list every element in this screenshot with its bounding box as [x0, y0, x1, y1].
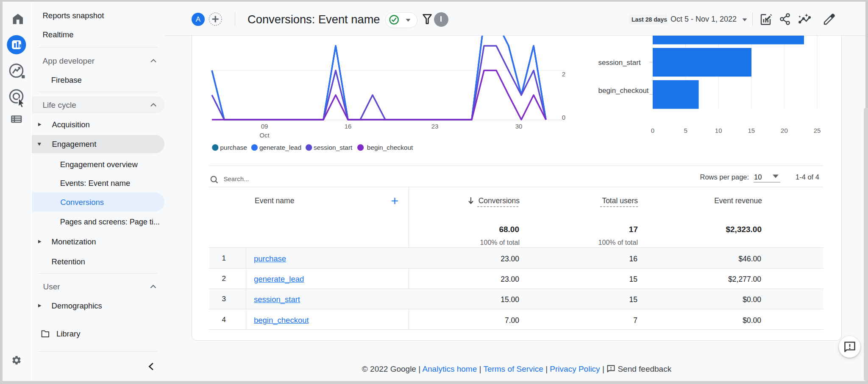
- svg-text:begin_checkout: begin_checkout: [598, 87, 649, 95]
- svg-text:30: 30: [515, 123, 523, 130]
- svg-text:20: 20: [781, 127, 788, 134]
- svg-text:0: 0: [651, 127, 654, 134]
- svg-text:25: 25: [814, 127, 821, 134]
- svg-text:16: 16: [345, 123, 352, 130]
- svg-text:23: 23: [431, 123, 439, 130]
- svg-text:session_start: session_start: [314, 144, 353, 151]
- svg-text:generate_lead: generate_lead: [259, 144, 301, 151]
- svg-text:5: 5: [684, 127, 687, 134]
- svg-text:0: 0: [562, 114, 565, 121]
- svg-text:09: 09: [261, 123, 268, 130]
- svg-text:Oct: Oct: [259, 132, 270, 139]
- svg-text:begin_checkout: begin_checkout: [367, 144, 413, 151]
- svg-text:session_start: session_start: [598, 59, 641, 67]
- svg-text:purchase: purchase: [220, 144, 247, 151]
- svg-text:10: 10: [715, 127, 722, 134]
- svg-text:2: 2: [562, 70, 565, 78]
- svg-text:15: 15: [748, 127, 755, 134]
